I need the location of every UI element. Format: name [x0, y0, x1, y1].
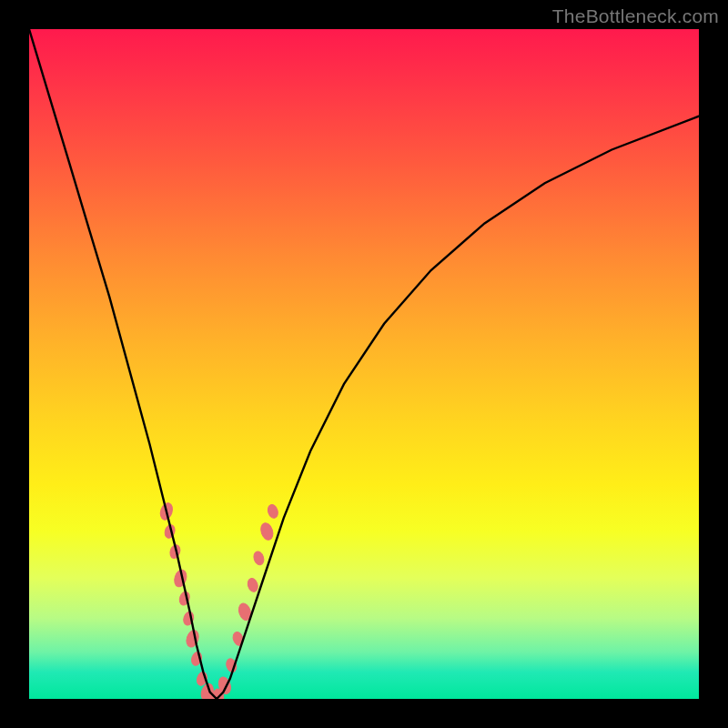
markers-group	[158, 501, 279, 699]
bottleneck-curve	[29, 29, 699, 699]
curve-marker	[185, 629, 201, 649]
curve-svg	[29, 29, 699, 699]
watermark-text: TheBottleneck.com	[552, 5, 719, 27]
curve-marker	[247, 577, 260, 592]
curve-marker	[258, 521, 275, 541]
plot-area	[29, 29, 699, 699]
curve-marker	[267, 503, 280, 519]
chart-frame: TheBottleneck.com	[0, 0, 728, 728]
curve-marker	[252, 551, 266, 566]
